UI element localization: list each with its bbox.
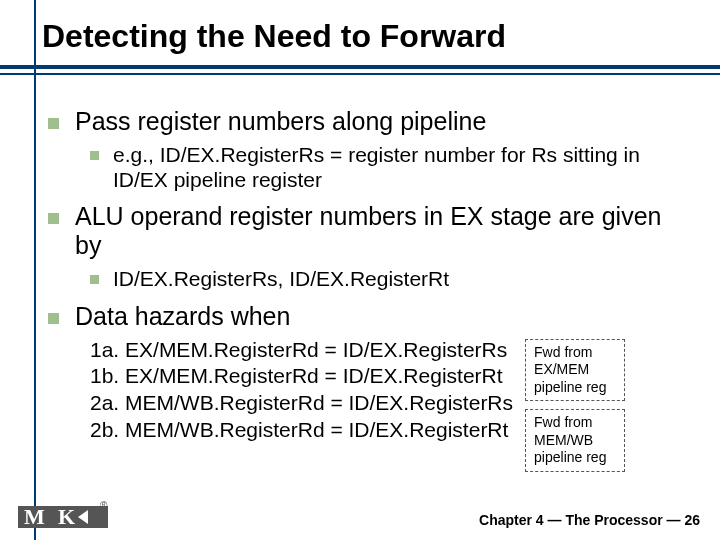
slide-title: Detecting the Need to Forward	[42, 18, 682, 55]
bullet-1a: e.g., ID/EX.RegisterRs = register number…	[90, 142, 682, 192]
bullet-3: Data hazards when	[48, 302, 682, 331]
slide-container: Detecting the Need to Forward Pass regis…	[0, 0, 720, 540]
square-bullet-icon	[48, 118, 59, 129]
square-bullet-icon	[48, 313, 59, 324]
horizontal-rules	[0, 61, 720, 85]
content-area: Pass register numbers along pipeline e.g…	[48, 107, 682, 472]
square-bullet-icon	[90, 151, 99, 160]
bullet-2a-text: ID/EX.RegisterRs, ID/EX.RegisterRt	[113, 266, 449, 291]
publisher-logo: M K ®	[18, 502, 108, 532]
bullet-3-text: Data hazards when	[75, 302, 290, 331]
hazards-list: 1a. EX/MEM.RegisterRd = ID/EX.RegisterRs…	[90, 337, 513, 445]
fwd-box-exmem: Fwd from EX/MEM pipeline reg	[525, 339, 625, 402]
fwd-box-memwb: Fwd from MEM/WB pipeline reg	[525, 409, 625, 472]
bullet-2a: ID/EX.RegisterRs, ID/EX.RegisterRt	[90, 266, 682, 291]
bullet-2: ALU operand register numbers in EX stage…	[48, 202, 682, 260]
hazard-1a: 1a. EX/MEM.RegisterRd = ID/EX.RegisterRs	[90, 337, 513, 364]
bullet-2-text: ALU operand register numbers in EX stage…	[75, 202, 682, 260]
hazard-2a: 2a. MEM/WB.RegisterRd = ID/EX.RegisterRs	[90, 390, 513, 417]
bullet-1: Pass register numbers along pipeline	[48, 107, 682, 136]
footer-text: Chapter 4 — The Processor — 26	[479, 512, 700, 528]
forward-boxes: Fwd from EX/MEM pipeline reg Fwd from ME…	[525, 339, 625, 472]
bullet-1-text: Pass register numbers along pipeline	[75, 107, 486, 136]
square-bullet-icon	[90, 275, 99, 284]
square-bullet-icon	[48, 213, 59, 224]
hazards-row: 1a. EX/MEM.RegisterRd = ID/EX.RegisterRs…	[48, 337, 682, 472]
hazard-2b: 2b. MEM/WB.RegisterRd = ID/EX.RegisterRt	[90, 417, 513, 444]
bullet-1a-text: e.g., ID/EX.RegisterRs = register number…	[113, 142, 682, 192]
hazard-1b: 1b. EX/MEM.RegisterRd = ID/EX.RegisterRt	[90, 363, 513, 390]
